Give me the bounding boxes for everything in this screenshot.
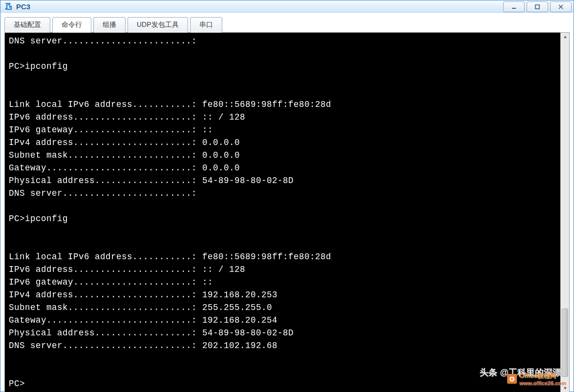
scroll-thumb[interactable] [562, 309, 568, 377]
svg-marker-5 [564, 36, 567, 38]
window-title: PC3 [16, 2, 501, 11]
svg-marker-6 [564, 387, 567, 390]
maximize-button[interactable] [527, 1, 548, 12]
tab-multicast[interactable]: 组播 [93, 17, 126, 33]
tabstrip: 基础配置 命令行 组播 UDP发包工具 串口 [4, 17, 570, 33]
scroll-up-arrow-icon[interactable] [561, 33, 569, 41]
tab-udp-tool[interactable]: UDP发包工具 [128, 17, 188, 33]
scrollbar-vertical[interactable] [560, 33, 569, 392]
content-area: 基础配置 命令行 组播 UDP发包工具 串口 DNS server.......… [0, 13, 574, 392]
scroll-down-arrow-icon[interactable] [561, 384, 569, 392]
tab-cli[interactable]: 命令行 [52, 17, 91, 33]
scroll-track[interactable] [561, 41, 569, 384]
app-icon [3, 1, 13, 11]
window-controls [501, 0, 572, 12]
terminal-output[interactable]: DNS server........................: PC>i… [5, 33, 560, 392]
minimize-button[interactable] [503, 1, 525, 12]
titlebar: PC3 [0, 0, 574, 13]
svg-rect-2 [535, 5, 539, 9]
tab-serial[interactable]: 串口 [190, 17, 222, 33]
close-button[interactable] [550, 1, 572, 12]
terminal-panel: DNS server........................: PC>i… [4, 33, 570, 392]
svg-point-0 [5, 8, 7, 10]
tab-basic-config[interactable]: 基础配置 [4, 17, 50, 33]
window-frame: PC3 基础配置 命令行 组播 UDP发包工具 串口 DNS server...… [0, 0, 574, 392]
